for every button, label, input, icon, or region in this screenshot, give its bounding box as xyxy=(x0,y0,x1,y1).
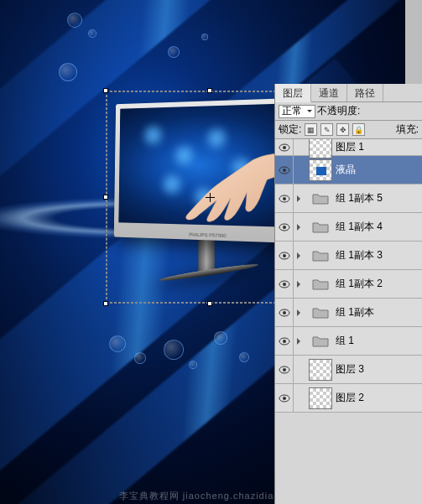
folder-icon xyxy=(309,330,332,352)
visibility-eye-icon[interactable] xyxy=(275,270,294,298)
layer-name[interactable]: 组 1副本 2 xyxy=(336,277,422,291)
expand-arrow-icon[interactable] xyxy=(294,309,305,316)
monitor-stand-neck xyxy=(198,236,214,272)
layer-name[interactable]: 图层 3 xyxy=(336,362,422,377)
layer-row[interactable]: 组 1 xyxy=(275,327,422,356)
blend-mode-value: 正常 xyxy=(282,104,302,118)
tab-channels[interactable]: 通道 xyxy=(311,84,347,101)
tab-layers[interactable]: 图层 xyxy=(275,84,311,102)
bubble-decoration xyxy=(214,331,227,345)
layer-name[interactable]: 组 1副本 5 xyxy=(336,191,422,205)
layer-row[interactable]: 组 1副本 3 xyxy=(275,242,422,270)
svg-point-13 xyxy=(283,311,286,314)
bubble-decoration xyxy=(134,352,146,364)
layer-name[interactable]: 液晶 xyxy=(336,163,422,177)
svg-point-1 xyxy=(283,146,286,149)
fill-label: 填充: xyxy=(396,122,419,137)
expand-arrow-icon[interactable] xyxy=(294,195,305,202)
folder-icon xyxy=(309,216,332,238)
layer-row[interactable]: 组 1副本 2 xyxy=(275,270,422,299)
svg-point-5 xyxy=(283,197,286,200)
bubble-decoration xyxy=(109,335,126,352)
opacity-label: 不透明度: xyxy=(317,104,360,118)
lock-all-button[interactable]: 🔒 xyxy=(352,123,365,136)
layer-row[interactable]: 图层 1 xyxy=(275,139,422,156)
folder-icon xyxy=(309,302,332,324)
visibility-eye-icon[interactable] xyxy=(275,384,294,412)
blend-opacity-row: 正常 不透明度: xyxy=(275,102,422,121)
lock-label: 锁定: xyxy=(279,122,301,137)
expand-arrow-icon[interactable] xyxy=(294,338,305,345)
layer-name[interactable]: 组 1 xyxy=(336,334,422,348)
expand-arrow-icon[interactable] xyxy=(294,252,305,259)
visibility-eye-icon[interactable] xyxy=(275,139,294,155)
svg-point-9 xyxy=(283,254,286,257)
layer-row[interactable]: 组 1副本 5 xyxy=(275,184,422,213)
visibility-eye-icon[interactable] xyxy=(275,213,294,241)
svg-point-17 xyxy=(283,368,286,372)
visibility-eye-icon[interactable] xyxy=(275,156,294,184)
transform-handle[interactable] xyxy=(207,301,212,306)
lock-row: 锁定: ▦ ✎ ✥ 🔒 填充: xyxy=(275,121,422,139)
lock-pixels-button[interactable]: ✎ xyxy=(320,123,333,136)
folder-icon xyxy=(309,273,332,295)
app-chrome-strip xyxy=(405,0,422,84)
layer-row[interactable]: 图层 3 xyxy=(275,356,422,384)
layer-thumbnail[interactable] xyxy=(309,139,332,158)
visibility-eye-icon[interactable] xyxy=(275,327,294,355)
layer-name[interactable]: 组 1副本 4 xyxy=(336,220,422,234)
bubble-decoration xyxy=(201,34,208,40)
layers-panel: 图层 通道 路径 正常 不透明度: 锁定: ▦ ✎ ✥ 🔒 填充: 图层 1液晶… xyxy=(274,84,422,504)
layer-thumbnail[interactable] xyxy=(309,387,332,409)
screen-glow xyxy=(143,123,164,147)
blend-mode-select[interactable]: 正常 xyxy=(279,105,315,118)
layer-row[interactable]: 组 1副本 xyxy=(275,299,422,327)
layer-row[interactable]: 组 1副本 4 xyxy=(275,213,422,242)
visibility-eye-icon[interactable] xyxy=(275,299,294,326)
layer-thumbnail[interactable] xyxy=(309,159,332,181)
bubble-decoration xyxy=(88,29,96,38)
svg-point-15 xyxy=(283,340,286,343)
lock-position-button[interactable]: ✥ xyxy=(336,123,349,136)
panel-tabs: 图层 通道 路径 xyxy=(275,84,422,102)
tab-paths[interactable]: 路径 xyxy=(347,84,383,101)
visibility-eye-icon[interactable] xyxy=(275,356,294,383)
folder-icon xyxy=(309,245,332,267)
layer-name[interactable]: 图层 1 xyxy=(336,140,422,154)
bubble-decoration xyxy=(59,63,77,81)
folder-icon xyxy=(309,188,332,210)
layer-name[interactable]: 图层 2 xyxy=(336,391,422,405)
bubble-decoration xyxy=(239,352,249,362)
svg-point-19 xyxy=(283,397,286,400)
bubble-decoration xyxy=(164,340,184,360)
expand-arrow-icon[interactable] xyxy=(294,224,305,231)
layer-name[interactable]: 组 1副本 3 xyxy=(336,248,422,262)
bubble-decoration xyxy=(189,361,197,369)
bubble-decoration xyxy=(168,46,180,58)
lock-transparency-button[interactable]: ▦ xyxy=(305,123,317,136)
layers-list: 图层 1液晶组 1副本 5组 1副本 4组 1副本 3组 1副本 2组 1副本组… xyxy=(275,139,422,504)
visibility-eye-icon[interactable] xyxy=(275,242,294,269)
layer-name[interactable]: 组 1副本 xyxy=(336,305,422,320)
svg-point-7 xyxy=(283,226,286,229)
visibility-eye-icon[interactable] xyxy=(275,184,294,212)
transform-handle[interactable] xyxy=(207,88,212,93)
bubble-decoration xyxy=(67,13,82,28)
layer-row[interactable]: 图层 2 xyxy=(275,384,422,413)
svg-point-3 xyxy=(283,169,286,172)
layer-row[interactable]: 液晶 xyxy=(275,156,422,184)
expand-arrow-icon[interactable] xyxy=(294,281,305,288)
layer-thumbnail[interactable] xyxy=(309,359,332,381)
svg-point-11 xyxy=(283,283,286,286)
